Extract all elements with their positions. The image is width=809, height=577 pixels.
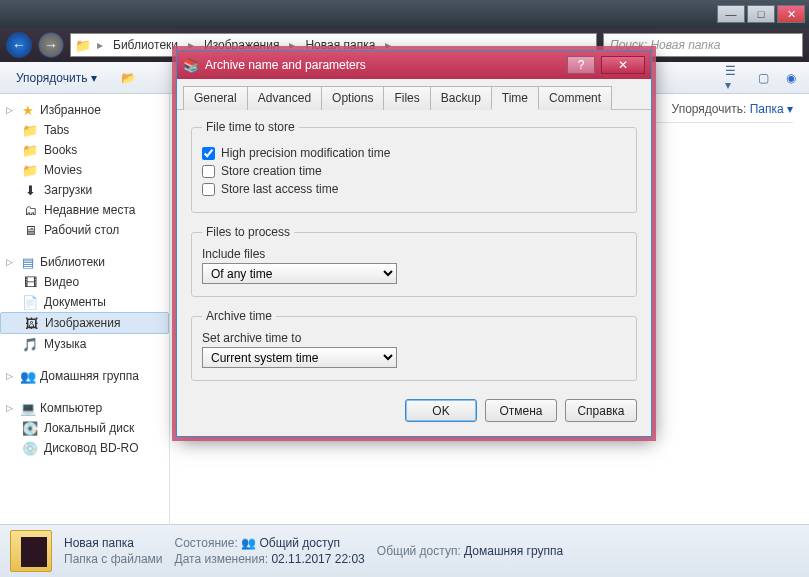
folder-icon: 📁	[22, 122, 38, 138]
sidebar-item-desktop[interactable]: 🖥Рабочий стол	[0, 220, 169, 240]
sidebar-item-movies[interactable]: 📁Movies	[0, 160, 169, 180]
preview-pane-icon[interactable]: ▢	[753, 68, 773, 88]
check-store-access[interactable]: Store last access time	[202, 182, 626, 196]
folder-icon: 📁	[75, 37, 91, 53]
sort-dropdown[interactable]: Папка ▾	[750, 102, 793, 116]
sidebar-item-pictures[interactable]: 🖼Изображения	[0, 312, 169, 334]
dialog-titlebar[interactable]: 📚 Archive name and parameters ? ✕	[177, 51, 651, 79]
sidebar-item-recent[interactable]: 🗂Недавние места	[0, 200, 169, 220]
open-button[interactable]: 📂	[113, 68, 144, 88]
library-icon: ▤	[20, 254, 36, 270]
folder-large-icon	[10, 530, 52, 572]
star-icon: ★	[20, 102, 36, 118]
video-icon: 🎞	[22, 274, 38, 290]
music-icon: 🎵	[22, 336, 38, 352]
doc-icon: 📄	[22, 294, 38, 310]
people-icon: 👥	[241, 536, 256, 550]
check-store-creation[interactable]: Store creation time	[202, 164, 626, 178]
sidebar-item-video[interactable]: 🎞Видео	[0, 272, 169, 292]
download-icon: ⬇	[22, 182, 38, 198]
archive-time-select[interactable]: Current system time	[202, 347, 397, 368]
winrar-icon: 📚	[183, 57, 199, 73]
sidebar: ▷★Избранное 📁Tabs 📁Books 📁Movies ⬇Загруз…	[0, 94, 170, 524]
tab-general[interactable]: General	[183, 86, 248, 110]
disk-icon: 💽	[22, 420, 38, 436]
dialog-tabs: General Advanced Options Files Backup Ti…	[177, 79, 651, 110]
folder-icon: 📁	[22, 162, 38, 178]
include-files-select[interactable]: Of any time	[202, 263, 397, 284]
close-button[interactable]: ✕	[777, 5, 805, 23]
sidebar-homegroup[interactable]: ▷👥Домашняя группа	[0, 366, 169, 386]
homegroup-icon: 👥	[20, 368, 36, 384]
sidebar-item-music[interactable]: 🎵Музыка	[0, 334, 169, 354]
dialog-help-button[interactable]: ?	[567, 56, 595, 74]
help-icon[interactable]: ◉	[781, 68, 801, 88]
folder-icon: 📁	[22, 142, 38, 158]
tab-files[interactable]: Files	[383, 86, 430, 110]
cancel-button[interactable]: Отмена	[485, 399, 557, 422]
view-thumbnails-icon[interactable]: ☰ ▾	[725, 68, 745, 88]
fieldset-archive-time: Archive time Set archive time to Current…	[191, 309, 637, 381]
status-name: Новая папка	[64, 536, 163, 550]
sidebar-item-tabs[interactable]: 📁Tabs	[0, 120, 169, 140]
status-bar: Новая папка Папка с файлами Состояние: 👥…	[0, 524, 809, 577]
picture-icon: 🖼	[23, 315, 39, 331]
sort-label: Упорядочить:	[672, 102, 747, 116]
sidebar-item-books[interactable]: 📁Books	[0, 140, 169, 160]
sidebar-libraries[interactable]: ▷▤Библиотеки	[0, 252, 169, 272]
sidebar-item-bdrom[interactable]: 💿Дисковод BD-RO	[0, 438, 169, 458]
check-high-precision[interactable]: High precision modification time	[202, 146, 626, 160]
tab-advanced[interactable]: Advanced	[247, 86, 322, 110]
sidebar-favorites[interactable]: ▷★Избранное	[0, 100, 169, 120]
include-files-label: Include files	[202, 247, 626, 261]
tab-backup[interactable]: Backup	[430, 86, 492, 110]
fieldset-file-time: File time to store High precision modifi…	[191, 120, 637, 213]
status-type: Папка с файлами	[64, 552, 163, 566]
computer-icon: 💻	[20, 400, 36, 416]
sidebar-item-localdisk[interactable]: 💽Локальный диск	[0, 418, 169, 438]
window-titlebar: — □ ✕	[0, 0, 809, 28]
tab-comment[interactable]: Comment	[538, 86, 612, 110]
fieldset-files-process: Files to process Include files Of any ti…	[191, 225, 637, 297]
archive-dialog: 📚 Archive name and parameters ? ✕ Genera…	[176, 50, 652, 437]
crumb-1[interactable]: Библиотеки	[109, 38, 182, 52]
sidebar-computer[interactable]: ▷💻Компьютер	[0, 398, 169, 418]
organize-button[interactable]: Упорядочить ▾	[8, 68, 105, 88]
ok-button[interactable]: OK	[405, 399, 477, 422]
tab-time[interactable]: Time	[491, 86, 539, 110]
recent-icon: 🗂	[22, 202, 38, 218]
help-button[interactable]: Справка	[565, 399, 637, 422]
back-button[interactable]: ←	[6, 32, 32, 58]
minimize-button[interactable]: —	[717, 5, 745, 23]
sidebar-item-documents[interactable]: 📄Документы	[0, 292, 169, 312]
desktop-icon: 🖥	[22, 222, 38, 238]
sidebar-item-downloads[interactable]: ⬇Загрузки	[0, 180, 169, 200]
tab-options[interactable]: Options	[321, 86, 384, 110]
dialog-close-button[interactable]: ✕	[601, 56, 645, 74]
dialog-title: Archive name and parameters	[205, 58, 561, 72]
optical-icon: 💿	[22, 440, 38, 456]
forward-button[interactable]: →	[38, 32, 64, 58]
maximize-button[interactable]: □	[747, 5, 775, 23]
archive-time-label: Set archive time to	[202, 331, 626, 345]
